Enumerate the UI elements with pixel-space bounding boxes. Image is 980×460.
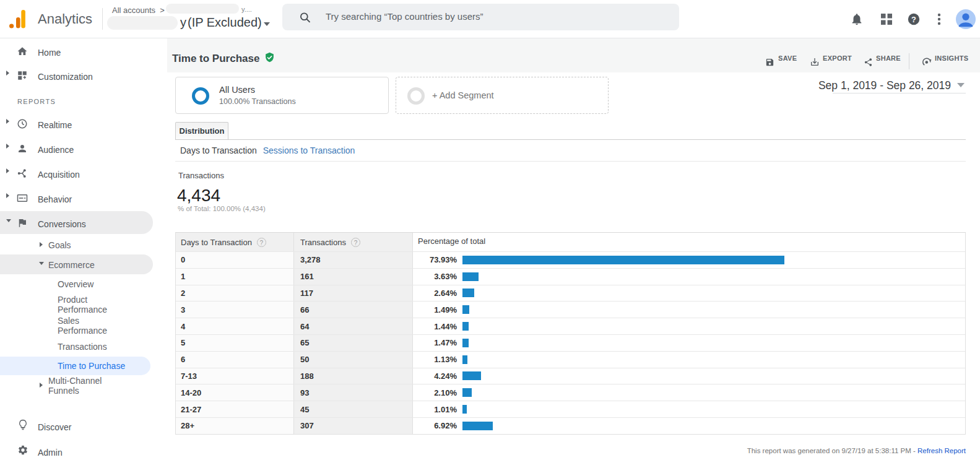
svg-text:?: ? — [911, 15, 916, 24]
